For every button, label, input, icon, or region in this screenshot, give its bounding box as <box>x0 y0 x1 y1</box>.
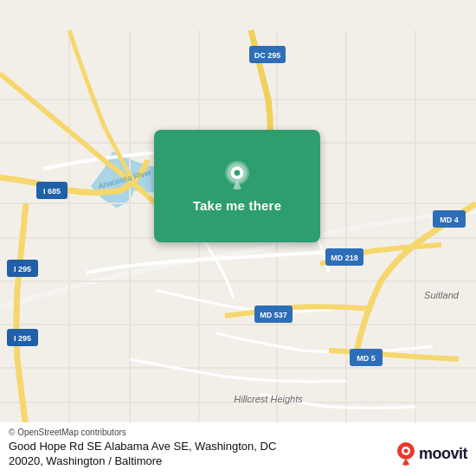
svg-point-36 <box>235 170 241 176</box>
svg-text:I 295: I 295 <box>14 265 31 273</box>
svg-text:Hillcrest Heights: Hillcrest Heights <box>234 394 303 404</box>
moovit-brand-text: moovit <box>419 445 467 463</box>
moovit-pin-icon <box>396 441 415 466</box>
osm-credit: © OpenStreetMap contributors <box>9 428 467 437</box>
location-pin-icon <box>222 160 253 191</box>
address-row: Good Hope Rd SE Alabama Ave SE, Washingt… <box>9 439 467 469</box>
svg-text:DC 295: DC 295 <box>254 51 281 60</box>
svg-text:I 685: I 685 <box>43 187 61 196</box>
svg-text:Suitland: Suitland <box>424 290 460 300</box>
moovit-logo: moovit <box>396 441 467 466</box>
svg-text:MD 218: MD 218 <box>331 254 358 262</box>
action-card[interactable]: Take me there <box>154 130 320 242</box>
map-container: I 685 DC 295 I 295 I 295 MD 4 MD 218 MD … <box>0 0 476 476</box>
svg-text:MD 5: MD 5 <box>357 354 376 363</box>
address-text: Good Hope Rd SE Alabama Ave SE, Washingt… <box>9 439 276 469</box>
take-me-there-button[interactable]: Take me there <box>193 198 281 213</box>
svg-text:I 295: I 295 <box>14 334 31 343</box>
svg-text:MD 537: MD 537 <box>260 311 287 319</box>
bottom-info-bar: © OpenStreetMap contributors Good Hope R… <box>0 422 476 476</box>
svg-point-39 <box>403 449 408 453</box>
svg-text:MD 4: MD 4 <box>440 215 459 224</box>
